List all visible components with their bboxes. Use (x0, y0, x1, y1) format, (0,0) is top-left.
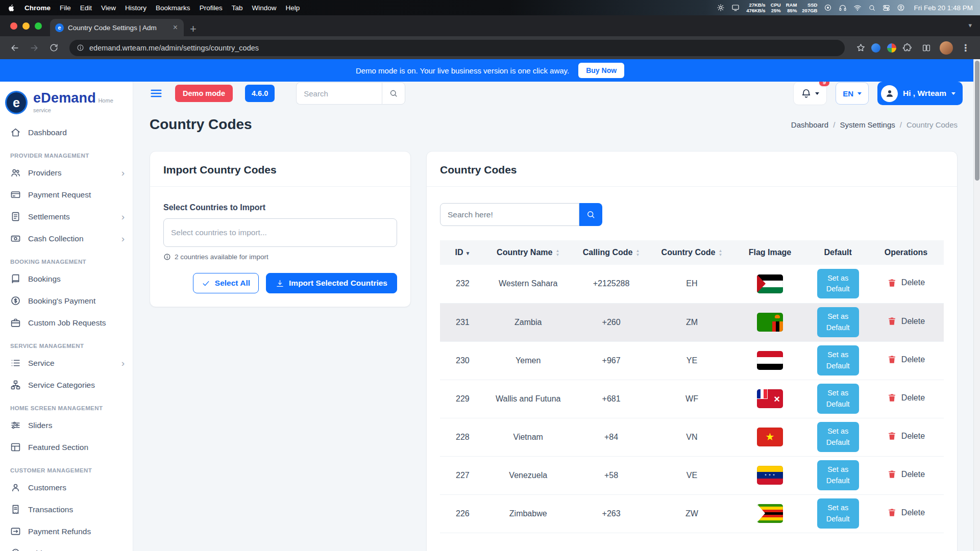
menubar-item-window[interactable]: Window (247, 4, 281, 12)
delete-button[interactable]: Delete (887, 278, 925, 288)
user-switch-icon[interactable] (897, 4, 905, 12)
tab-search-button[interactable]: ▾ (968, 21, 972, 29)
breadcrumb-item-dashboard[interactable]: Dashboard (791, 120, 828, 129)
set-as-default-button[interactable]: Set as Default (817, 384, 859, 413)
set-as-default-button[interactable]: Set as Default (817, 345, 859, 375)
sidebar-item-customers[interactable]: Customers (0, 477, 133, 498)
breadcrumb-item-system-settings[interactable]: System Settings (840, 120, 895, 129)
sidebar-section-label: SERVICE MANAGEMENT (0, 334, 133, 352)
set-as-default-button[interactable]: Set as Default (817, 269, 859, 298)
sidebar-item-service[interactable]: Service› (0, 352, 133, 374)
topbar: Demo mode 4.6.0 9 EN Hi , Wrteam (133, 82, 980, 105)
column-header-id[interactable]: ID▼ (440, 240, 485, 265)
window-minimize-button[interactable] (22, 22, 30, 30)
sidebar-item-custom-job-requests[interactable]: Custom Job Requests (0, 312, 133, 334)
headphones-icon[interactable] (839, 4, 847, 12)
delete-button[interactable]: Delete (887, 431, 925, 441)
sidebar-item-cash-collection[interactable]: Cash Collection› (0, 228, 133, 249)
apple-menu-icon[interactable] (7, 4, 16, 12)
sidebar-item-sliders[interactable]: Sliders (0, 414, 133, 436)
new-tab-button[interactable]: + (190, 23, 197, 35)
version-badge[interactable]: 4.6.0 (245, 85, 275, 102)
search-input[interactable] (296, 82, 382, 105)
back-button[interactable] (6, 39, 23, 57)
column-header-country-name[interactable]: Country Name▲▼ (485, 240, 571, 265)
countries-select[interactable]: Select countries to import... (163, 218, 397, 247)
sidebar-item-label: Cash Collection (28, 234, 84, 243)
chrome-profile-avatar[interactable] (940, 41, 953, 55)
menubar-clock[interactable]: Fri Feb 20 1:48 PM (914, 4, 973, 12)
language-selector[interactable]: EN (836, 82, 869, 105)
brand[interactable]: e eDemand Home service (0, 82, 133, 119)
menubar-item-bookmarks[interactable]: Bookmarks (151, 4, 195, 12)
sidebar-item-payment-refunds[interactable]: Payment Refunds (0, 520, 133, 542)
page-scrollbar[interactable] (973, 59, 980, 551)
menubar-item-edit[interactable]: Edit (76, 4, 96, 12)
display-icon[interactable] (731, 4, 740, 12)
sidebar-item-payment-request[interactable]: Payment Request (0, 184, 133, 206)
set-as-default-button[interactable]: Set as Default (817, 307, 859, 337)
cell-country-name: Zimbabwe (485, 494, 571, 533)
notifications-button[interactable]: 9 (793, 82, 827, 105)
delete-button[interactable]: Delete (887, 355, 925, 364)
sidebar-item-service-categories[interactable]: Service Categories (0, 374, 133, 396)
sidebar-item-addresses[interactable]: Addresses (0, 542, 133, 551)
wifi-icon[interactable] (853, 4, 862, 12)
home-icon[interactable] (778, 120, 787, 129)
search-button[interactable] (382, 82, 405, 105)
sidebar-item-dashboard[interactable]: Dashboard (0, 121, 133, 143)
buy-now-button[interactable]: Buy Now (578, 63, 624, 78)
table-search-button[interactable] (579, 203, 602, 226)
delete-button[interactable]: Delete (887, 393, 925, 403)
chrome-menu-button[interactable]: ⋮ (958, 42, 974, 54)
extensions-puzzle-icon[interactable] (898, 39, 916, 57)
bookmark-star-icon[interactable] (852, 39, 869, 57)
window-close-button[interactable] (10, 22, 17, 30)
url-bar[interactable]: edemand.wrteam.me/admin/settings/country… (69, 40, 845, 56)
tab-close-button[interactable]: × (172, 23, 179, 32)
select-all-button[interactable]: Select All (193, 273, 259, 293)
hamburger-menu-icon[interactable] (150, 87, 163, 100)
sidebar-item-settlements[interactable]: Settlements› (0, 206, 133, 228)
flag-image-eh (757, 274, 783, 293)
sidebar-item-featured-section[interactable]: Featured Section (0, 436, 133, 458)
extension-icon-pinwheel[interactable] (887, 43, 896, 53)
cell-calling-code: +84 (571, 418, 652, 456)
sidebar-item-booking-s-payment[interactable]: Booking's Payment (0, 290, 133, 312)
window-zoom-button[interactable] (35, 22, 42, 30)
set-as-default-button[interactable]: Set as Default (817, 498, 859, 528)
site-info-icon[interactable] (77, 44, 84, 52)
record-icon[interactable] (824, 4, 832, 12)
spotlight-search-icon[interactable] (868, 4, 876, 12)
demo-mode-badge[interactable]: Demo mode (175, 85, 233, 102)
column-header-country-code[interactable]: Country Code▲▼ (652, 240, 732, 265)
delete-button[interactable]: Delete (887, 469, 925, 479)
import-selected-countries-button[interactable]: Import Selected Countries (266, 273, 397, 293)
reload-button[interactable] (45, 39, 62, 57)
sidebar-item-transactions[interactable]: Transactions (0, 498, 133, 520)
sidebar-item-providers[interactable]: Providers› (0, 162, 133, 184)
menubar-item-tab[interactable]: Tab (227, 4, 248, 12)
set-as-default-button[interactable]: Set as Default (817, 460, 859, 490)
brightness-icon[interactable] (717, 4, 725, 12)
delete-button[interactable]: Delete (887, 508, 925, 517)
menubar-item-chrome[interactable]: Chrome (20, 4, 55, 12)
column-header-calling-code[interactable]: Calling Code▲▼ (571, 240, 652, 265)
delete-button[interactable]: Delete (887, 316, 925, 326)
menubar-item-help[interactable]: Help (281, 4, 304, 12)
control-center-icon[interactable] (883, 4, 890, 12)
sidebar-item-bookings[interactable]: Bookings (0, 268, 133, 290)
tab-split-icon[interactable] (918, 39, 935, 57)
delete-button-label: Delete (901, 278, 925, 287)
table-search-input[interactable] (440, 203, 579, 226)
scrollbar-thumb[interactable] (975, 61, 979, 181)
forward-button[interactable] (26, 39, 43, 57)
user-menu-button[interactable]: Hi , Wrteam (877, 82, 963, 105)
browser-tab[interactable]: e Country Code Settings | Adm × (50, 19, 184, 36)
set-as-default-button[interactable]: Set as Default (817, 422, 859, 452)
extension-icon-blue[interactable] (871, 43, 880, 53)
menubar-item-history[interactable]: History (120, 4, 151, 12)
menubar-item-file[interactable]: File (55, 4, 76, 12)
menubar-item-view[interactable]: View (96, 4, 120, 12)
menubar-item-profiles[interactable]: Profiles (195, 4, 227, 12)
